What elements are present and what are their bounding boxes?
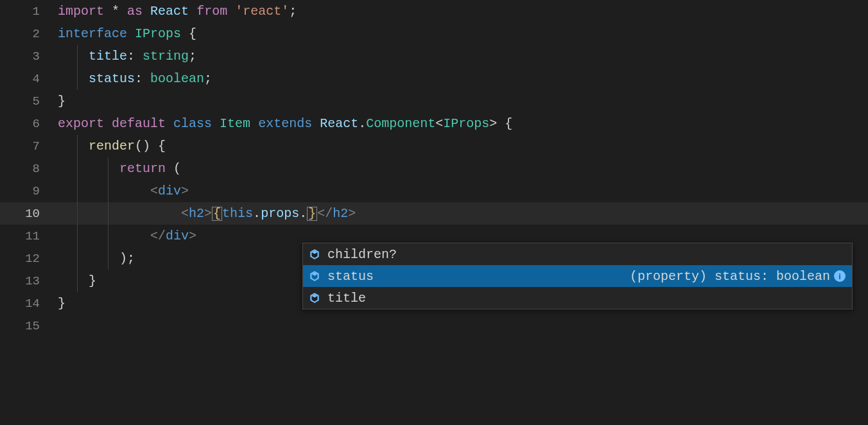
line-number: 14 — [0, 297, 58, 311]
line-number: 3 — [0, 49, 58, 64]
suggestion-label: title — [327, 291, 366, 306]
line-number: 5 — [0, 94, 58, 108]
code-line-current[interactable]: 10 <h2>{this.props.}</h2> — [0, 202, 868, 225]
line-number: 13 — [0, 274, 58, 288]
line-number: 12 — [0, 252, 58, 266]
line-number: 6 — [0, 117, 58, 131]
suggestion-item[interactable]: children? — [303, 243, 852, 265]
code-content: <h2>{this.props.}</h2> — [58, 206, 356, 221]
code-content: import * as React from 'react'; — [58, 4, 297, 19]
code-content: export default class Item extends React.… — [58, 116, 512, 131]
code-content: status: boolean; — [58, 71, 212, 86]
code-line[interactable]: 9 <div> — [0, 180, 868, 202]
property-icon — [307, 268, 322, 284]
line-number: 4 — [0, 72, 58, 86]
line-number: 1 — [0, 4, 58, 19]
code-content: return ( — [58, 161, 181, 176]
code-line[interactable]: 15 — [0, 315, 868, 337]
line-number: 11 — [0, 229, 58, 243]
line-number: 2 — [0, 27, 58, 41]
line-number: 7 — [0, 139, 58, 153]
code-content: } — [58, 94, 65, 108]
line-number: 9 — [0, 184, 58, 198]
code-content: render() { — [58, 139, 166, 153]
code-content: ); — [58, 251, 135, 266]
intellisense-suggestion-widget[interactable]: children? status (property) status: bool… — [302, 243, 853, 309]
suggestion-item[interactable]: title — [303, 287, 852, 309]
code-line[interactable]: 7 render() { — [0, 135, 868, 157]
info-icon[interactable]: i — [834, 270, 846, 282]
code-content: </div> — [58, 229, 196, 243]
suggestion-item-selected[interactable]: status (property) status: boolean i — [303, 265, 852, 287]
code-editor[interactable]: 1 import * as React from 'react'; 2 inte… — [0, 0, 868, 425]
line-number: 15 — [0, 319, 58, 333]
code-line[interactable]: 8 return ( — [0, 157, 868, 180]
suggestion-label: children? — [327, 247, 397, 262]
property-icon — [307, 290, 322, 306]
code-line[interactable]: 4 status: boolean; — [0, 67, 868, 90]
suggestion-label: status — [327, 269, 374, 284]
line-number: 8 — [0, 162, 58, 176]
code-line[interactable]: 5 } — [0, 90, 868, 112]
code-line[interactable]: 1 import * as React from 'react'; — [0, 0, 868, 22]
code-content: title: string; — [58, 49, 196, 64]
code-line[interactable]: 2 interface IProps { — [0, 22, 868, 45]
code-content: interface IProps { — [58, 26, 196, 41]
suggestion-detail: (property) status: boolean i — [630, 269, 848, 284]
code-content: } — [58, 296, 65, 311]
property-icon — [307, 247, 322, 262]
code-line[interactable]: 3 title: string; — [0, 45, 868, 67]
line-number: 10 — [0, 207, 58, 221]
code-line[interactable]: 6 export default class Item extends Reac… — [0, 112, 868, 135]
